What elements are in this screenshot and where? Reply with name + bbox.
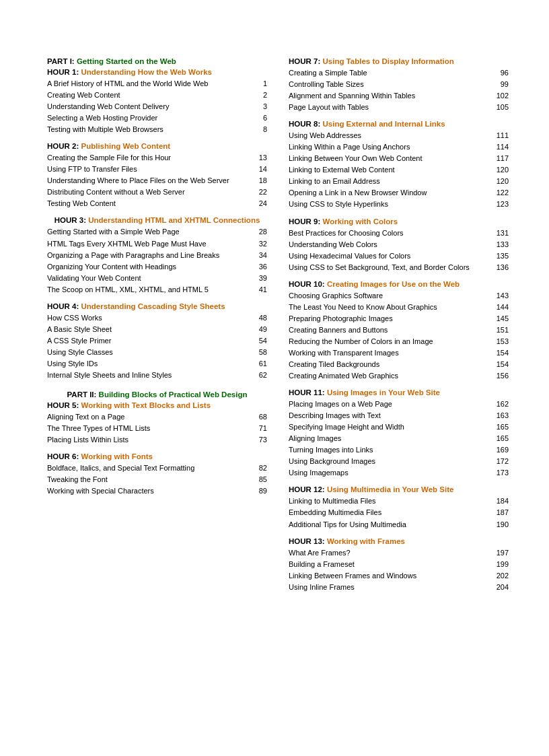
hour-heading: HOUR 3: Understanding HTML and XHTML Con… [47, 216, 267, 224]
entry-page: 48 [259, 312, 267, 324]
toc-entry: Validating Your Web Content39 [47, 273, 267, 284]
entry-page: 145 [497, 313, 509, 324]
toc-entry: Aligning Images165 [289, 433, 509, 444]
toc-entry: Using Inline Frames204 [289, 582, 509, 593]
entry-text: Testing with Multiple Web Browsers [47, 124, 263, 135]
entry-page: 61 [259, 358, 267, 370]
toc-entry: Choosing Graphics Software143 [289, 290, 509, 302]
entry-page: 173 [497, 467, 509, 479]
entry-page: 24 [259, 198, 267, 209]
entry-text: Working with Transparent Images [289, 347, 497, 359]
entry-page: 144 [497, 302, 509, 313]
toc-entry: Creating Web Content2 [47, 90, 267, 101]
hour-section: HOUR 13: Working with FramesWhat Are Fra… [289, 537, 509, 593]
entry-text: Understanding Where to Place Files on th… [47, 175, 259, 186]
toc-entry: Alignment and Spanning Within Tables102 [289, 90, 509, 102]
entry-text: Testing Web Content [47, 198, 259, 209]
toc-entry: Using Background Images172 [289, 456, 509, 467]
hour-section: HOUR 3: Understanding HTML and XHTML Con… [47, 216, 267, 295]
part-title: Getting Started on the Web [77, 57, 176, 65]
toc-columns: PART I: Getting Started on the WebHOUR 1… [47, 57, 509, 593]
entry-text: Alignment and Spanning Within Tables [289, 90, 497, 102]
toc-entry: Creating Tiled Backgrounds154 [289, 359, 509, 370]
toc-entry: Building a Frameset199 [289, 559, 509, 570]
toc-entry: Understanding Web Content Delivery3 [47, 101, 267, 112]
hour-heading: HOUR 1: Understanding How the Web Works [47, 68, 267, 76]
part-section: PART I: Getting Started on the WebHOUR 1… [47, 57, 267, 381]
entry-text: The Three Types of HTML Lists [47, 423, 259, 434]
entry-page: 2 [263, 90, 267, 101]
toc-entry: Linking Within a Page Using Anchors114 [289, 141, 509, 153]
entry-text: Creating the Sample File for this Hour [47, 152, 259, 164]
hour-section: HOUR 11: Using Images in Your Web SitePl… [289, 388, 509, 479]
toc-entry: Working with Special Characters89 [47, 485, 267, 497]
entry-text: Describing Images with Text [289, 410, 497, 421]
part-heading: PART I: Getting Started on the Web [47, 57, 267, 65]
entry-text: Organizing Your Content with Headings [47, 261, 259, 273]
entry-text: Using CSS to Set Background, Text, and B… [289, 262, 497, 273]
entry-text: Tweaking the Font [47, 474, 259, 485]
entry-page: 49 [259, 324, 267, 335]
hour-title: Creating Images for Use on the Web [327, 280, 460, 288]
toc-entry: Creating the Sample File for this Hour13 [47, 152, 267, 164]
hour-title: Using Tables to Display Information [322, 57, 453, 65]
hour-heading: HOUR 9: Working with Colors [289, 217, 509, 226]
toc-entry: Using Style IDs61 [47, 358, 267, 370]
entry-page: 163 [497, 410, 509, 421]
toc-entry: Creating Banners and Buttons151 [289, 324, 509, 336]
entry-page: 68 [259, 411, 267, 423]
toc-entry: Internal Style Sheets and Inline Styles6… [47, 370, 267, 381]
hour-section: HOUR 9: Working with ColorsBest Practice… [289, 217, 509, 273]
toc-entry: Aligning Text on a Page68 [47, 411, 267, 423]
entry-page: 3 [263, 101, 267, 112]
entry-text: Using Style Classes [47, 347, 259, 358]
toc-entry: Understanding Where to Place Files on th… [47, 175, 267, 186]
entry-text: Placing Images on a Web Page [289, 399, 497, 410]
entry-page: 197 [497, 547, 509, 559]
hour-label: HOUR 5: [47, 401, 81, 409]
hour-heading: HOUR 13: Working with Frames [289, 537, 509, 545]
entry-page: 28 [259, 226, 267, 238]
hour-title: Working with Colors [322, 217, 398, 226]
hour-label: HOUR 4: [47, 302, 81, 310]
entry-page: 154 [497, 347, 509, 359]
entry-page: 199 [497, 559, 509, 570]
entry-page: 82 [259, 462, 267, 474]
toc-entry: Using Style Classes58 [47, 347, 267, 358]
entry-page: 58 [259, 347, 267, 358]
hour-heading: HOUR 10: Creating Images for Use on the … [289, 280, 509, 288]
entry-text: Additional Tips for Using Multimedia [289, 519, 497, 530]
entry-page: 34 [259, 250, 267, 261]
entry-page: 153 [497, 336, 509, 347]
hour-heading: HOUR 11: Using Images in Your Web Site [289, 388, 509, 397]
hour-label: HOUR 9: [289, 217, 322, 226]
toc-entry: Controlling Table Sizes99 [289, 79, 509, 90]
hour-section: HOUR 1: Understanding How the Web WorksA… [47, 68, 267, 135]
entry-text: Creating Web Content [47, 90, 263, 101]
entry-page: 151 [497, 324, 509, 336]
toc-entry: The Three Types of HTML Lists71 [47, 423, 267, 434]
entry-text: What Are Frames? [289, 547, 497, 559]
entry-text: Preparing Photographic Images [289, 313, 497, 324]
entry-page: 39 [259, 273, 267, 284]
entry-text: Using Style IDs [47, 358, 259, 370]
part-label: PART II: [67, 390, 99, 399]
entry-text: Controlling Table Sizes [289, 79, 501, 90]
entry-page: 71 [259, 423, 267, 434]
entry-page: 202 [497, 570, 509, 582]
hour-title: Publishing Web Content [81, 142, 170, 150]
toc-entry: A CSS Style Primer54 [47, 335, 267, 347]
toc-entry: Reducing the Number of Colors in an Imag… [289, 336, 509, 347]
toc-entry: Using CSS to Style Hyperlinks123 [289, 199, 509, 210]
hour-section: HOUR 7: Using Tables to Display Informat… [289, 57, 509, 113]
hour-heading: HOUR 4: Understanding Cascading Style Sh… [47, 302, 267, 310]
toc-entry: Preparing Photographic Images145 [289, 313, 509, 324]
entry-text: Creating Banners and Buttons [289, 324, 497, 336]
hour-title: Working with Frames [327, 537, 405, 545]
entry-page: 143 [497, 290, 509, 302]
entry-text: Placing Lists Within Lists [47, 434, 259, 446]
entry-text: The Scoop on HTML, XML, XHTML, and HTML … [47, 284, 259, 296]
entry-page: 13 [259, 152, 267, 164]
entry-text: Using Inline Frames [289, 582, 497, 593]
part-heading: PART II: Building Blocks of Practical We… [47, 390, 267, 399]
